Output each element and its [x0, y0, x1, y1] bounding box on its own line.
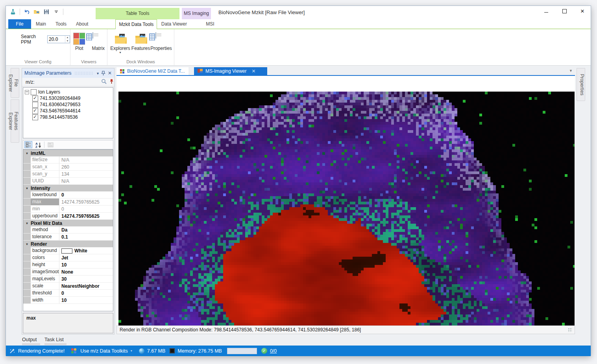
ion-layer-mz[interactable]: 741.630604279653: [40, 102, 80, 107]
grid-row-method[interactable]: methodDa: [23, 226, 113, 233]
tab-list-dropdown-icon[interactable]: ▼: [569, 69, 573, 73]
property-value[interactable]: 14274.759765625: [59, 199, 113, 205]
property-value[interactable]: Jet: [59, 254, 113, 261]
grid-row-threshold[interactable]: threshold0: [23, 290, 113, 297]
minimize-button[interactable]: [543, 8, 549, 14]
close-button[interactable]: ✕: [580, 8, 585, 14]
property-value[interactable]: 30: [59, 276, 113, 282]
property-value[interactable]: 10: [59, 297, 113, 303]
grid-row-imagesmooth[interactable]: imageSmoothNone: [23, 268, 113, 276]
property-value[interactable]: 0.1: [59, 233, 113, 240]
matrix-button[interactable]: Matrix: [90, 33, 107, 51]
panel-pin-icon[interactable]: [101, 71, 105, 76]
dock-tab-features-explorer[interactable]: Features Explorer: [11, 99, 19, 143]
ion-layer-item[interactable]: 741.530289264849: [24, 95, 112, 101]
alphabetical-sort-icon[interactable]: AZ: [34, 141, 42, 148]
property-value[interactable]: 0: [59, 206, 113, 212]
properties-button[interactable]: Properties: [152, 33, 171, 54]
close-tab-icon[interactable]: ✕: [251, 68, 255, 74]
ribbon-tab-about[interactable]: About: [71, 19, 93, 29]
ion-layer-checkbox[interactable]: [32, 114, 38, 120]
undo-icon[interactable]: [24, 9, 30, 15]
property-value[interactable]: 10: [59, 261, 113, 268]
property-value[interactable]: N/A: [59, 178, 113, 184]
grid-category-imzml[interactable]: ▾imzML: [23, 150, 113, 156]
resize-grip[interactable]: [568, 328, 572, 332]
grid-row-tolerance[interactable]: tolerance0.1: [23, 233, 113, 241]
grid-row-scale[interactable]: scaleNearestNeighbor: [23, 283, 113, 290]
grid-row-width[interactable]: width10: [23, 297, 113, 304]
grid-row-maplevels[interactable]: mapLevels30: [23, 276, 113, 283]
grid-category-pixel-m-z-data[interactable]: ▾Pixel M/z Data: [23, 220, 113, 226]
mz-search-input[interactable]: [37, 79, 99, 86]
toolkit-dropdown-icon[interactable]: ▾: [131, 349, 132, 353]
collapse-caret-icon[interactable]: ▾: [23, 242, 31, 246]
open-folder-icon[interactable]: [33, 9, 40, 15]
panel-menu-caret-icon[interactable]: ▾: [97, 71, 99, 75]
bottom-tab-output[interactable]: Output: [22, 337, 37, 342]
pin-search-icon[interactable]: [109, 79, 114, 85]
ribbon-tab-mzkit-data-tools[interactable]: Mzkit Data Tools: [115, 19, 157, 29]
features-button[interactable]: Features: [131, 33, 150, 54]
ion-layer-checkbox[interactable]: [32, 108, 38, 114]
dock-tab-properties[interactable]: Properties: [577, 68, 585, 101]
grid-row-max[interactable]: max14274.759765625: [23, 199, 113, 206]
ion-layer-item[interactable]: 743.546765944614: [24, 108, 112, 114]
ion-layers-checkbox[interactable]: [31, 89, 37, 95]
grid-row-scan-y[interactable]: scan_y134: [23, 171, 113, 178]
property-value[interactable]: NearestNeighbor: [59, 283, 113, 289]
tasks-link[interactable]: 0/0: [270, 348, 277, 354]
ion-layer-item[interactable]: 741.630604279653: [24, 101, 112, 108]
doc-tab-ms-imaging-viewer[interactable]: MS-Imaging Viewer✕: [194, 67, 267, 75]
grid-row-filesize[interactable]: fileSizeN/A: [23, 156, 113, 164]
property-value[interactable]: N/A: [59, 156, 113, 163]
msi-image-canvas[interactable]: [118, 92, 575, 326]
search-ppm-arrows[interactable]: ▲▼: [65, 36, 70, 43]
grid-row-lowerbound[interactable]: lowerbound0: [23, 191, 113, 199]
categorized-view-icon[interactable]: ++: [24, 141, 32, 148]
ribbon-tab-data-viewer[interactable]: Data Viewer: [157, 19, 191, 29]
property-value[interactable]: 0: [59, 191, 113, 198]
doc-tab-bionovogene-m-z-data-t[interactable]: BioNovoGene M/Z Data T...: [116, 67, 189, 75]
maximize-button[interactable]: [562, 8, 567, 14]
property-value[interactable]: 0: [59, 290, 113, 296]
tree-root-label[interactable]: Ion Layers: [38, 89, 60, 95]
toolkit-selector[interactable]: Use m/z Data Toolkits: [80, 348, 128, 354]
explorers-button[interactable]: Explorers▾: [111, 33, 130, 54]
ribbon-tab-main[interactable]: Main: [31, 19, 51, 29]
qat-customize-dropdown-icon[interactable]: [53, 9, 59, 15]
grid-row-scan-x[interactable]: scan_x260: [23, 164, 113, 171]
ion-layer-mz[interactable]: 741.530289264849: [40, 96, 80, 101]
property-value[interactable]: 14274.759765625: [59, 213, 113, 219]
grid-category-render[interactable]: ▾Render: [23, 241, 113, 247]
property-value[interactable]: 260: [59, 164, 113, 170]
collapse-caret-icon[interactable]: ▾: [23, 186, 31, 190]
ion-layer-item[interactable]: 798.54144578536: [24, 114, 112, 120]
property-value[interactable]: Da: [59, 226, 113, 233]
bottom-tab-task-list[interactable]: Task List: [44, 337, 64, 342]
grid-row-colors[interactable]: colorsJet: [23, 254, 113, 261]
plot-button[interactable]: Plot: [70, 33, 88, 51]
ion-layer-checkbox[interactable]: [32, 102, 38, 108]
ribbon-tab-file[interactable]: File: [8, 19, 31, 29]
property-value[interactable]: 134: [59, 171, 113, 177]
property-value[interactable]: White: [59, 247, 113, 254]
ribbon-tab-msi[interactable]: MSI: [196, 19, 224, 29]
grid-row-min[interactable]: min0: [23, 206, 113, 213]
collapse-caret-icon[interactable]: ▾: [23, 151, 31, 155]
grid-row-uuid[interactable]: UUIDN/A: [23, 178, 113, 185]
search-icon[interactable]: [101, 79, 107, 86]
grid-row-height[interactable]: height10: [23, 261, 113, 268]
dock-tab-file-explorer[interactable]: File Explorer: [11, 68, 19, 98]
save-icon[interactable]: [43, 9, 50, 15]
ion-layer-mz[interactable]: 743.546765944614: [40, 108, 80, 114]
grid-row-upperbound[interactable]: upperbound14274.759765625: [23, 213, 113, 220]
ion-layer-checkbox[interactable]: [32, 96, 38, 101]
panel-close-icon[interactable]: ✕: [108, 70, 112, 76]
grid-row-background[interactable]: backgroundWhite: [23, 247, 113, 254]
ion-layer-mz[interactable]: 798.54144578536: [40, 114, 78, 120]
grid-category-intensity[interactable]: ▾Intensity: [23, 185, 113, 191]
collapse-caret-icon[interactable]: ▾: [23, 221, 31, 225]
ribbon-tab-tools[interactable]: Tools: [51, 19, 71, 29]
property-value[interactable]: None: [59, 268, 113, 275]
